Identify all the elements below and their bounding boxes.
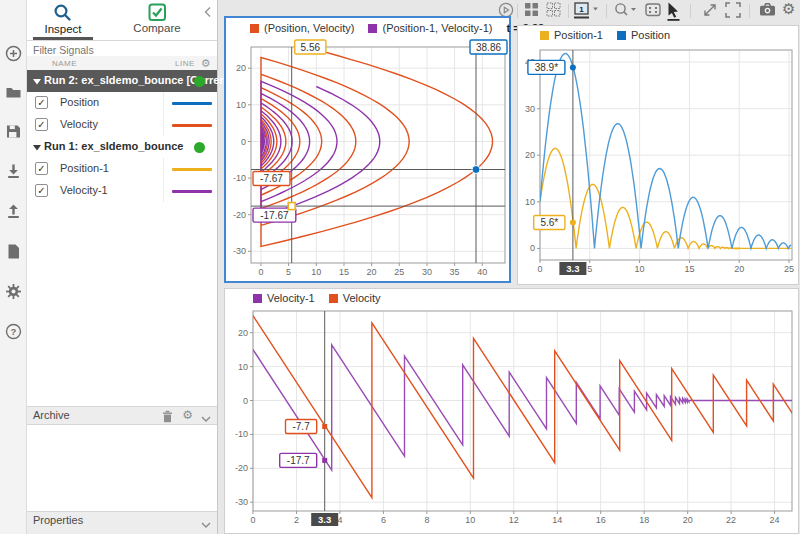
svg-text:15: 15 — [339, 267, 349, 277]
position-plot-canvas[interactable]: 051015202501020304038.9*5.6*3.3 — [518, 44, 798, 284]
signal-table-header: NAME LINE ⚙ — [27, 56, 217, 71]
legend-item[interactable]: Position — [617, 29, 670, 41]
import-icon[interactable] — [5, 163, 22, 180]
tab-compare[interactable]: Compare — [123, 0, 191, 39]
gear-icon[interactable]: ⚙ — [201, 56, 211, 70]
svg-text:-30: -30 — [233, 246, 246, 256]
cursor-marker — [570, 220, 576, 226]
legend-item[interactable]: Velocity — [329, 292, 381, 304]
svg-text:0: 0 — [243, 396, 248, 406]
search-icon — [53, 3, 73, 23]
legend-item[interactable]: (Position, Velocity) — [250, 22, 354, 34]
line-swatch[interactable] — [172, 102, 212, 105]
settings-gear-icon[interactable] — [5, 283, 22, 300]
svg-text:20: 20 — [683, 515, 693, 525]
save-icon[interactable] — [5, 123, 22, 140]
pointer-icon[interactable] — [667, 2, 681, 25]
svg-text:10: 10 — [236, 100, 246, 110]
svg-text:10: 10 — [311, 267, 321, 277]
name-column-header: NAME — [52, 59, 77, 68]
gear-icon[interactable]: ⚙ — [782, 0, 795, 18]
left-toolbar: ? — [0, 0, 27, 534]
signal-checkbox[interactable]: ✓ — [35, 162, 48, 175]
svg-text:30: 30 — [422, 267, 432, 277]
layout-custom-icon[interactable] — [546, 2, 561, 21]
line-column — [163, 180, 219, 202]
signal-row[interactable]: ✓Velocity — [27, 114, 217, 136]
svg-text:-10: -10 — [235, 429, 248, 439]
tab-compare-label: Compare — [123, 22, 191, 34]
svg-text:38.86: 38.86 — [476, 42, 501, 53]
expand-icon[interactable] — [702, 2, 718, 22]
svg-text:18: 18 — [639, 515, 649, 525]
archive-bar[interactable]: Archive ⚙ — [27, 406, 217, 425]
signal-checkbox[interactable]: ✓ — [35, 118, 48, 131]
help-icon[interactable]: ? — [5, 323, 22, 340]
chevron-left-icon[interactable] — [203, 4, 213, 16]
layout-grid-icon[interactable] — [524, 2, 539, 21]
tab-inspect[interactable]: Inspect — [31, 0, 95, 39]
legend-label: Velocity-1 — [267, 292, 315, 304]
fullscreen-icon[interactable] — [725, 2, 741, 22]
caret-down-icon[interactable] — [33, 145, 41, 151]
gear-icon[interactable]: ⚙ — [182, 408, 193, 422]
archive-label: Archive — [33, 409, 70, 421]
export-icon[interactable] — [5, 203, 22, 220]
xy-plot-canvas[interactable]: 0510152025303540-30-20-10010205.5638.86-… — [226, 38, 509, 279]
run-row[interactable]: Run 2: ex_sldemo_bounce [Current] — [27, 70, 217, 92]
open-folder-icon[interactable] — [5, 83, 22, 100]
trash-icon[interactable] — [162, 410, 173, 425]
signal-checkbox[interactable]: ✓ — [35, 184, 48, 197]
signal-row[interactable]: ✓Velocity-1 — [27, 180, 217, 202]
svg-text:0: 0 — [258, 267, 263, 277]
fit-to-view-icon[interactable] — [645, 2, 662, 22]
line-swatch[interactable] — [172, 168, 212, 171]
svg-text:12: 12 — [509, 515, 519, 525]
legend-item[interactable]: (Position-1, Velocity-1) — [368, 22, 492, 34]
signal-name: Position — [60, 96, 99, 108]
subplot-velocity-time[interactable]: Velocity-1Velocity 024681012141618202224… — [224, 288, 799, 534]
svg-text:-30: -30 — [235, 497, 248, 507]
tab-inspect-label: Inspect — [31, 23, 95, 35]
legend-label: (Position, Velocity) — [264, 22, 354, 34]
camera-icon[interactable] — [759, 2, 776, 21]
line-swatch[interactable] — [172, 190, 212, 193]
svg-text:5: 5 — [286, 267, 291, 277]
svg-text:30: 30 — [525, 104, 535, 114]
caret-down-icon[interactable] — [33, 79, 41, 85]
run-status-dot — [194, 76, 205, 87]
svg-text:15: 15 — [684, 264, 694, 274]
signal-tree: Run 2: ex_sldemo_bounce [Current]✓Positi… — [27, 70, 217, 202]
view-count-icon[interactable]: 1 — [574, 2, 600, 24]
signal-row[interactable]: ✓Position-1 — [27, 158, 217, 180]
report-icon[interactable] — [5, 243, 22, 260]
legend-item[interactable]: Velocity-1 — [253, 292, 315, 304]
filter-signals — [27, 40, 217, 57]
subplot-position-time[interactable]: Position-1Position 051015202501020304038… — [517, 25, 799, 285]
svg-text:5.6*: 5.6* — [540, 217, 558, 228]
svg-text:8: 8 — [424, 515, 429, 525]
properties-bar[interactable]: Properties — [27, 511, 217, 534]
svg-text:20: 20 — [525, 150, 535, 160]
signal-checkbox[interactable]: ✓ — [35, 96, 48, 109]
velocity-legend: Velocity-1Velocity — [225, 289, 798, 307]
zoom-icon[interactable] — [614, 2, 640, 22]
line-swatch[interactable] — [172, 124, 212, 127]
run-row[interactable]: Run 1: ex_sldemo_bounce — [27, 136, 217, 158]
add-icon[interactable] — [5, 45, 22, 62]
chevron-down-icon[interactable] — [201, 413, 211, 425]
cursor-marker — [322, 458, 327, 463]
subplot-xy-phase[interactable]: (Position, Velocity)(Position-1, Velocit… — [224, 16, 511, 283]
line-column — [163, 92, 219, 114]
legend-swatch-icon — [368, 24, 377, 33]
simulation-data-inspector: ? Inspect Compare NAME LINE ⚙ Run 2: ex_… — [0, 0, 800, 534]
legend-item[interactable]: Position-1 — [540, 29, 603, 41]
cursor-marker — [570, 64, 576, 70]
svg-text:25: 25 — [784, 264, 794, 274]
run-label: Run 2: ex_sldemo_bounce [Current] — [44, 74, 233, 86]
signal-row[interactable]: ✓Position — [27, 92, 217, 114]
chevron-down-icon[interactable] — [201, 519, 211, 531]
svg-text:38.9*: 38.9* — [535, 62, 558, 73]
velocity-plot-canvas[interactable]: 024681012141618202224-30-20-1001020-7.7-… — [225, 307, 798, 533]
svg-text:0: 0 — [537, 264, 542, 274]
